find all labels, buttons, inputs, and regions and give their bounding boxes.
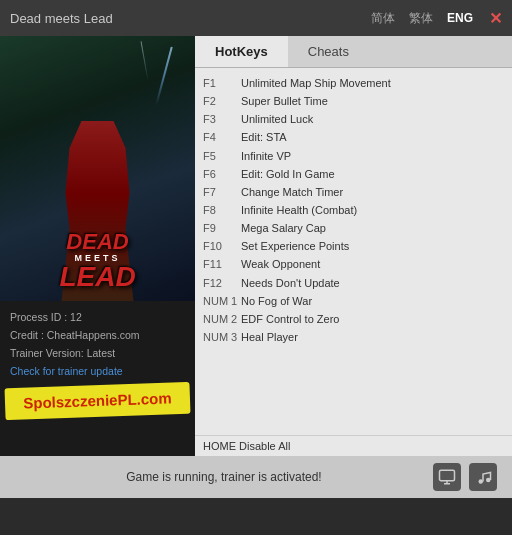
tab-cheats[interactable]: Cheats	[288, 36, 369, 67]
hotkeys-list: F1 Unlimited Map Ship Movement F2 Super …	[195, 68, 512, 435]
key-f12: F12	[203, 274, 241, 292]
key-num1: NUM 1	[203, 292, 241, 310]
hotkey-num1: NUM 1 No Fog of War	[203, 292, 504, 310]
desc-num1: No Fog of War	[241, 292, 312, 310]
trainer-version: Trainer Version: Latest	[10, 345, 185, 363]
lang-traditional[interactable]: 繁体	[405, 8, 437, 29]
key-f3: F3	[203, 110, 241, 128]
hotkey-f3: F3 Unlimited Luck	[203, 110, 504, 128]
key-f2: F2	[203, 92, 241, 110]
disable-all-button[interactable]: HOME Disable All	[195, 435, 512, 456]
key-f5: F5	[203, 147, 241, 165]
watermark: SpolszczeniePL.com	[5, 381, 191, 419]
desc-f12: Needs Don't Update	[241, 274, 340, 292]
desc-f6: Edit: Gold In Game	[241, 165, 335, 183]
hotkey-f4: F4 Edit: STA	[203, 128, 504, 146]
game-title-overlay: DEAD MEETS LEAD	[0, 231, 195, 291]
hotkey-f1: F1 Unlimited Map Ship Movement	[203, 74, 504, 92]
desc-f11: Weak Opponent	[241, 255, 320, 273]
hotkey-f11: F11 Weak Opponent	[203, 255, 504, 273]
title-bar: Dead meets Lead 简体 繁体 ENG ✕	[0, 0, 512, 36]
update-link[interactable]: Check for trainer update	[10, 365, 123, 377]
key-num2: NUM 2	[203, 310, 241, 328]
desc-f3: Unlimited Luck	[241, 110, 313, 128]
tabs-bar: HotKeys Cheats	[195, 36, 512, 68]
desc-num3: Heal Player	[241, 328, 298, 346]
game-image: DEAD MEETS LEAD	[0, 36, 195, 301]
lightning-effect-1	[155, 47, 172, 105]
key-f6: F6	[203, 165, 241, 183]
key-f9: F9	[203, 219, 241, 237]
process-info: Process ID : 12	[10, 309, 185, 327]
footer-icons	[433, 463, 497, 491]
hotkey-num2: NUM 2 EDF Control to Zero	[203, 310, 504, 328]
desc-f9: Mega Salary Cap	[241, 219, 326, 237]
monitor-icon	[438, 468, 456, 486]
key-f4: F4	[203, 128, 241, 146]
desc-f4: Edit: STA	[241, 128, 287, 146]
language-switcher: 简体 繁体 ENG ✕	[367, 8, 502, 29]
status-text: Game is running, trainer is activated!	[15, 470, 433, 484]
hotkey-f12: F12 Needs Don't Update	[203, 274, 504, 292]
close-button[interactable]: ✕	[489, 9, 502, 28]
hotkey-f5: F5 Infinite VP	[203, 147, 504, 165]
key-f8: F8	[203, 201, 241, 219]
key-f11: F11	[203, 255, 241, 273]
music-icon	[474, 468, 492, 486]
key-f1: F1	[203, 74, 241, 92]
key-f7: F7	[203, 183, 241, 201]
svg-rect-0	[440, 470, 455, 481]
hotkey-f2: F2 Super Bullet Time	[203, 92, 504, 110]
hotkey-f9: F9 Mega Salary Cap	[203, 219, 504, 237]
monitor-icon-button[interactable]	[433, 463, 461, 491]
left-lower: Process ID : 12 Credit : CheatHappens.co…	[0, 301, 195, 456]
app-title: Dead meets Lead	[10, 11, 367, 26]
hotkey-num3: NUM 3 Heal Player	[203, 328, 504, 346]
hotkey-f8: F8 Infinite Health (Combat)	[203, 201, 504, 219]
right-panel: HotKeys Cheats F1 Unlimited Map Ship Mov…	[195, 36, 512, 456]
main-content: DEAD MEETS LEAD Process ID : 12 Credit :…	[0, 36, 512, 456]
footer-bar: Game is running, trainer is activated!	[0, 456, 512, 498]
game-title-lead: LEAD	[0, 263, 195, 291]
hotkey-f6: F6 Edit: Gold In Game	[203, 165, 504, 183]
desc-f2: Super Bullet Time	[241, 92, 328, 110]
hotkey-f7: F7 Change Match Timer	[203, 183, 504, 201]
hotkey-f10: F10 Set Experience Points	[203, 237, 504, 255]
left-panel: DEAD MEETS LEAD Process ID : 12 Credit :…	[0, 36, 195, 456]
info-section: Process ID : 12 Credit : CheatHappens.co…	[0, 301, 195, 388]
lang-english[interactable]: ENG	[443, 9, 477, 27]
music-icon-button[interactable]	[469, 463, 497, 491]
desc-f10: Set Experience Points	[241, 237, 349, 255]
desc-f7: Change Match Timer	[241, 183, 343, 201]
key-num3: NUM 3	[203, 328, 241, 346]
desc-f5: Infinite VP	[241, 147, 291, 165]
desc-f1: Unlimited Map Ship Movement	[241, 74, 391, 92]
key-f10: F10	[203, 237, 241, 255]
game-title-dead: DEAD	[0, 231, 195, 253]
tab-hotkeys[interactable]: HotKeys	[195, 36, 288, 67]
desc-f8: Infinite Health (Combat)	[241, 201, 357, 219]
lang-simplified[interactable]: 简体	[367, 8, 399, 29]
lightning-effect-2	[141, 41, 149, 81]
desc-num2: EDF Control to Zero	[241, 310, 339, 328]
credit-info: Credit : CheatHappens.com	[10, 327, 185, 345]
